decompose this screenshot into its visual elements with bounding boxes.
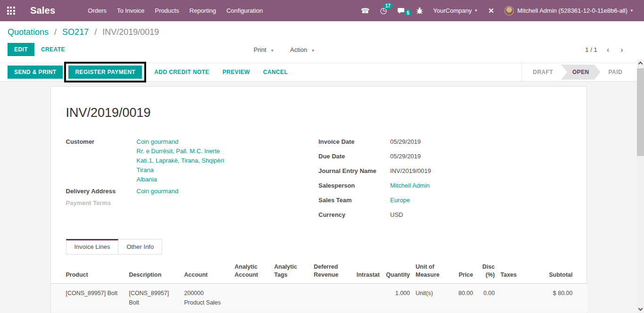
col-price[interactable]: Price: [449, 261, 476, 284]
breadcrumb: Quotations / SO217 / INV/2019/0019: [0, 21, 644, 37]
col-disc[interactable]: Disc (%): [476, 261, 498, 284]
payment-terms-label: Payment Terms: [66, 198, 137, 208]
col-analytic-tags[interactable]: Analytic Tags: [272, 261, 311, 284]
cell-subtotal: $ 80.00: [541, 284, 587, 313]
invoice-title: INV/2019/0019: [66, 106, 571, 120]
account-code: 200000: [184, 288, 229, 298]
grid-icon: [7, 7, 15, 15]
col-quantity[interactable]: Quantity: [383, 261, 413, 284]
table-row[interactable]: [CONS_89957] Bolt [CONS_89957] Bolt 2000…: [51, 284, 587, 313]
journal-entry-name-value[interactable]: INV/2019/0019: [390, 166, 431, 176]
action-dropdown[interactable]: Action ▼: [290, 46, 315, 53]
invoice-sheet: INV/2019/0019 Customer Coin gourmand Rr.…: [50, 86, 587, 313]
col-taxes[interactable]: Taxes: [498, 261, 541, 284]
col-subtotal[interactable]: Subtotal: [541, 261, 587, 284]
cell-taxes[interactable]: [498, 284, 541, 313]
system-tray: ☎ ◷ 17 5 YourCompany ▼ ✕ Mitchell Admin …: [356, 0, 638, 21]
cell-disc[interactable]: 0.00: [476, 284, 498, 313]
col-account[interactable]: Account: [182, 261, 232, 284]
field-delivery-address: Delivery Address Coin gourmand: [66, 187, 319, 196]
cell-product[interactable]: [CONS_89957] Bolt: [51, 284, 126, 313]
sales-team-link[interactable]: Europe: [390, 197, 410, 204]
developer-tools-icon[interactable]: ✕: [484, 0, 499, 21]
bug-icon[interactable]: [412, 7, 428, 14]
company-switcher[interactable]: YourCompany ▼: [429, 0, 483, 21]
customer-address-line[interactable]: Tirana: [137, 165, 224, 175]
activities-icon[interactable]: ◷ 17: [375, 0, 392, 21]
customer-address-line[interactable]: Albania: [137, 175, 224, 184]
send-print-button[interactable]: SEND & PRINT: [8, 66, 63, 79]
due-date-value[interactable]: 05/29/2019: [390, 152, 421, 161]
cell-deferred-revenue[interactable]: [311, 284, 351, 313]
field-salesperson: Salesperson Mitchell Admin: [319, 181, 571, 190]
cell-analytic-account[interactable]: [232, 284, 272, 313]
state-draft[interactable]: DRAFT: [525, 69, 561, 75]
phone-icon[interactable]: ☎: [356, 0, 374, 21]
customer-link[interactable]: Coin gourmand: [137, 137, 224, 147]
currency-value[interactable]: USD: [390, 210, 403, 220]
status-pipeline: DRAFT OPEN PAID: [521, 63, 630, 81]
field-invoice-date: Invoice Date 05/29/2019: [319, 137, 571, 147]
col-product[interactable]: Product: [51, 261, 126, 284]
menu-orders[interactable]: Orders: [83, 0, 112, 21]
cell-uom[interactable]: Unit(s): [413, 284, 449, 313]
customer-address-line[interactable]: Rr. e Durrësit, Pall. M.C. Inerte: [137, 147, 224, 156]
form-view: INV/2019/0019 Customer Coin gourmand Rr.…: [0, 82, 644, 313]
cell-quantity[interactable]: 1.000: [383, 284, 413, 313]
field-groups: Customer Coin gourmand Rr. e Durrësit, P…: [51, 137, 586, 225]
cell-analytic-tags[interactable]: [272, 284, 311, 313]
col-intrastat[interactable]: Intrastat: [351, 261, 383, 284]
col-analytic-account[interactable]: Analytic Account: [232, 261, 272, 284]
print-label: Print: [254, 46, 266, 53]
cancel-button[interactable]: CANCEL: [256, 66, 294, 79]
salesperson-link[interactable]: Mitchell Admin: [390, 182, 430, 189]
menu-products[interactable]: Products: [150, 0, 184, 21]
cell-intrastat[interactable]: [351, 284, 383, 313]
pager-previous-icon[interactable]: ‹: [607, 46, 621, 54]
edit-button[interactable]: EDIT: [8, 43, 34, 56]
col-deferred-revenue[interactable]: Deferred Revenue: [311, 261, 351, 284]
preview-button[interactable]: PREVIEW: [216, 66, 256, 79]
invoice-lines-table: Product Description Account Analytic Acc…: [51, 261, 587, 313]
user-name: Mitchell Admin (528361-12-0-11e8b6-all): [517, 0, 627, 21]
due-date-label: Due Date: [319, 152, 390, 161]
apps-menu-icon[interactable]: [0, 0, 22, 21]
user-menu[interactable]: Mitchell Admin (528361-12-0-11e8b6-all) …: [500, 0, 638, 21]
breadcrumb-quotations[interactable]: Quotations: [8, 27, 49, 37]
menu-reporting[interactable]: Reporting: [184, 0, 221, 21]
customer-address-line[interactable]: Kati.1, Laprakë, Tirana, Shqipëri: [137, 156, 224, 165]
col-description[interactable]: Description: [126, 261, 182, 284]
register-payment-button[interactable]: REGISTER PAYMENT: [68, 66, 142, 79]
print-dropdown[interactable]: Print ▼: [254, 46, 274, 53]
add-credit-note-button[interactable]: ADD CREDIT NOTE: [148, 66, 216, 79]
scroll-down-icon[interactable]: [638, 306, 643, 311]
cell-account[interactable]: 200000 Product Sales: [182, 284, 232, 313]
pager-next-icon[interactable]: ›: [620, 46, 635, 54]
col-unit-of-measure[interactable]: Unit of Measure: [413, 261, 449, 284]
cell-price[interactable]: 80.00: [449, 284, 476, 313]
vertical-scrollbar[interactable]: [637, 59, 644, 313]
scroll-up-icon[interactable]: [638, 62, 643, 66]
scrollbar-thumb[interactable]: [637, 68, 644, 156]
cell-description[interactable]: [CONS_89957] Bolt: [126, 284, 182, 313]
invoice-date-value[interactable]: 05/29/2019: [390, 137, 421, 147]
menu-configuration[interactable]: Configuration: [221, 0, 268, 21]
menu-to-invoice[interactable]: To Invoice: [112, 0, 150, 21]
messages-icon[interactable]: 5: [393, 7, 411, 15]
delivery-address-link[interactable]: Coin gourmand: [137, 188, 179, 195]
chevron-down-icon: ▼: [311, 49, 315, 53]
delivery-address-label: Delivery Address: [66, 187, 137, 196]
top-nav-bar: Sales Orders To Invoice Products Reporti…: [0, 0, 644, 21]
state-open[interactable]: OPEN: [561, 65, 601, 80]
create-button[interactable]: CREATE: [34, 43, 72, 56]
state-paid[interactable]: PAID: [601, 69, 630, 75]
pager-count: 1 / 1: [585, 46, 597, 53]
app-name[interactable]: Sales: [30, 5, 55, 16]
breadcrumb-so217[interactable]: SO217: [62, 27, 89, 37]
table-header-row: Product Description Account Analytic Acc…: [51, 261, 587, 284]
tab-invoice-lines[interactable]: Invoice Lines: [66, 239, 119, 255]
tab-other-info[interactable]: Other Info: [118, 239, 162, 255]
action-label: Action: [290, 46, 307, 53]
journal-entry-name-label: Journal Entry Name: [319, 166, 390, 176]
sales-team-label: Sales Team: [319, 196, 390, 205]
